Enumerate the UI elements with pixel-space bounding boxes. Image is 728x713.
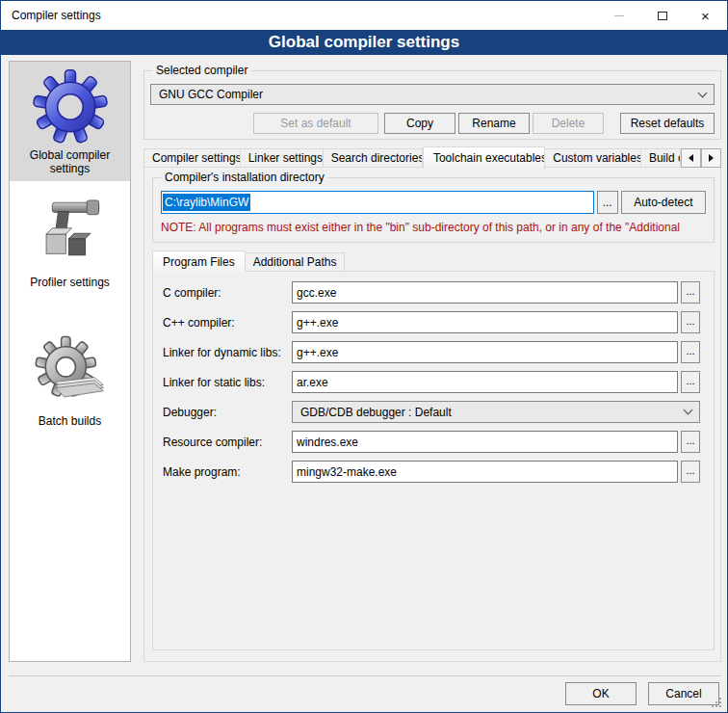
resource-compiler-browse-button[interactable]: ... <box>681 431 700 453</box>
c-compiler-input[interactable] <box>292 281 678 304</box>
titlebar: Compiler settings × <box>1 1 727 30</box>
tab-scroll-right-button[interactable] <box>701 148 721 168</box>
gray-gear-stack-icon <box>33 335 108 410</box>
maximize-button[interactable] <box>640 1 684 30</box>
installation-directory-value: C:\raylib\MinGW <box>163 194 250 211</box>
rename-button[interactable]: Rename <box>458 113 530 134</box>
field-row-c-compiler: C compiler: ... <box>163 281 700 304</box>
installation-directory-input[interactable]: C:\raylib\MinGW <box>161 191 594 214</box>
debugger-combobox[interactable]: GDB/CDB debugger : Default <box>292 401 700 423</box>
field-label: Debugger: <box>163 406 292 419</box>
tab-additional-paths[interactable]: Additional Paths <box>246 252 346 272</box>
field-row-linker-static: Linker for static libs: ... <box>163 371 700 393</box>
toolchain-executables-panel: Compiler's installation directory C:\ray… <box>143 167 721 662</box>
auto-detect-button[interactable]: Auto-detect <box>621 191 706 214</box>
tab-program-files[interactable]: Program Files <box>152 251 246 273</box>
tab-linker-settings[interactable]: Linker settings <box>241 148 324 168</box>
minimize-button[interactable] <box>597 1 640 30</box>
make-program-browse-button[interactable]: ... <box>681 461 700 483</box>
blue-gear-icon <box>33 69 108 145</box>
make-program-input[interactable] <box>292 461 678 483</box>
cpp-compiler-browse-button[interactable]: ... <box>681 311 700 333</box>
minimize-icon <box>614 15 624 16</box>
tab-search-directories[interactable]: Search directories <box>324 148 423 168</box>
copy-button[interactable]: Copy <box>384 113 455 134</box>
installation-directory-browse-button[interactable]: ... <box>597 191 618 214</box>
field-label: C compiler: <box>163 286 292 300</box>
program-files-panel: C compiler: ... C++ compiler: ... Linker… <box>152 271 715 650</box>
sidebar-item-label: Batch builds <box>39 414 101 428</box>
cpp-compiler-input[interactable] <box>292 311 678 333</box>
resize-grip[interactable] <box>714 699 727 712</box>
group-legend: Compiler's installation directory <box>161 171 328 184</box>
resource-compiler-input[interactable] <box>292 431 678 453</box>
settings-category-sidebar: Global compiler settings Profiler settin… <box>9 61 131 662</box>
sidebar-item-global-compiler-settings[interactable]: Global compiler settings <box>10 62 130 181</box>
field-row-make-program: Make program: ... <box>163 461 700 483</box>
ok-button[interactable]: OK <box>565 682 637 705</box>
sidebar-item-batch-builds[interactable]: Batch builds <box>10 328 130 434</box>
tab-scroll-left-button[interactable] <box>681 148 701 168</box>
field-row-linker-dynamic: Linker for dynamic libs: ... <box>163 341 700 363</box>
selected-compiler-group: Selected compiler GNU GCC Compiler Set a… <box>143 70 721 140</box>
field-label: Linker for dynamic libs: <box>163 346 292 359</box>
field-label: Linker for static libs: <box>163 376 292 389</box>
tab-custom-variables[interactable]: Custom variables <box>545 148 641 168</box>
arrow-right-icon <box>709 154 714 162</box>
resize-grip-icon <box>719 705 721 707</box>
bin-subdirectory-note: NOTE: All programs must exist either in … <box>161 221 710 234</box>
linker-static-browse-button[interactable]: ... <box>681 371 700 393</box>
linker-dynamic-browse-button[interactable]: ... <box>681 341 700 363</box>
field-row-resource-compiler: Resource compiler: ... <box>163 431 700 453</box>
cancel-button[interactable]: Cancel <box>648 682 719 705</box>
selected-compiler-combobox[interactable]: GNU GCC Compiler <box>150 84 715 105</box>
close-icon: × <box>701 9 710 23</box>
compiler-settings-dialog: Compiler settings × Global compiler sett… <box>0 0 728 713</box>
selected-compiler-value: GNU GCC Compiler <box>159 88 699 101</box>
compiler-buttons-row: Set as default Copy Rename Delete Reset … <box>150 113 715 134</box>
sidebar-item-label: Global compiler settings <box>12 148 128 175</box>
linker-static-input[interactable] <box>292 371 678 393</box>
chevron-down-icon <box>698 88 708 97</box>
chevron-down-icon <box>684 406 693 415</box>
linker-dynamic-input[interactable] <box>292 341 678 363</box>
group-legend: Selected compiler <box>152 64 251 77</box>
window-title: Compiler settings <box>1 9 101 22</box>
sidebar-item-profiler-settings[interactable]: Profiler settings <box>10 189 130 295</box>
tab-scroll-buttons <box>681 148 721 168</box>
tab-build-options[interactable]: Build options <box>641 148 681 168</box>
reset-defaults-button[interactable]: Reset defaults <box>620 113 715 134</box>
sidebar-item-label: Profiler settings <box>30 276 110 289</box>
dialog-header-title: Global compiler settings <box>1 30 727 55</box>
field-label: C++ compiler: <box>163 316 292 330</box>
program-files-tabstrip: Program Files Additional Paths <box>152 250 715 272</box>
field-row-debugger: Debugger: GDB/CDB debugger : Default <box>163 401 700 423</box>
c-compiler-browse-button[interactable]: ... <box>681 281 700 304</box>
delete-button[interactable]: Delete <box>533 113 604 134</box>
debugger-value: GDB/CDB debugger : Default <box>300 406 685 419</box>
close-button[interactable]: × <box>684 1 727 30</box>
installation-directory-row: C:\raylib\MinGW ... Auto-detect <box>161 191 706 214</box>
installation-directory-group: Compiler's installation directory C:\ray… <box>152 177 715 243</box>
tab-compiler-settings[interactable]: Compiler settings <box>143 148 241 168</box>
caliper-icon <box>33 197 108 272</box>
maximize-icon <box>658 12 667 20</box>
window-controls: × <box>597 1 727 30</box>
field-label: Make program: <box>163 465 292 479</box>
arrow-left-icon <box>689 154 693 162</box>
field-label: Resource compiler: <box>163 436 292 449</box>
settings-tabstrip: Compiler settings Linker settings Search… <box>143 145 721 168</box>
footer-separator <box>9 675 721 676</box>
tab-toolchain-executables[interactable]: Toolchain executables <box>423 146 545 169</box>
field-row-cpp-compiler: C++ compiler: ... <box>163 311 700 333</box>
set-as-default-button[interactable]: Set as default <box>253 113 378 134</box>
